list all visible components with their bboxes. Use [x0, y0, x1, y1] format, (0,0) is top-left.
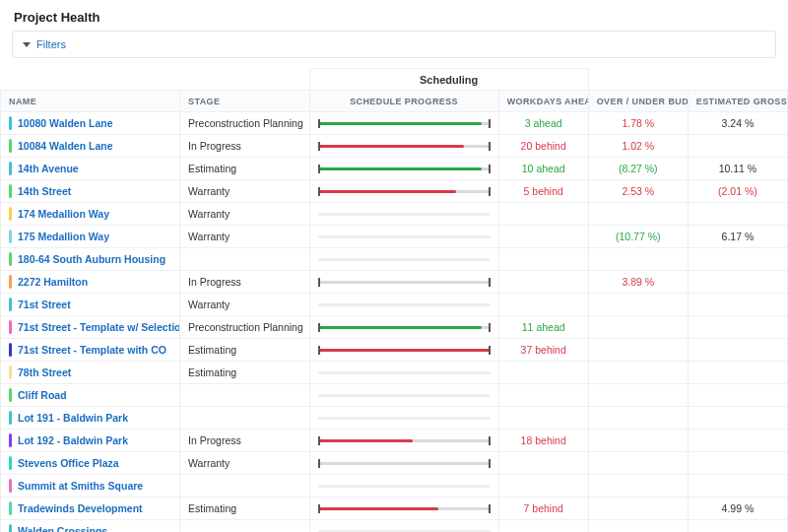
project-link[interactable]: Stevens Office Plaza: [18, 457, 119, 469]
project-link[interactable]: 71st Street: [18, 299, 71, 310]
project-color-tick: [9, 343, 12, 357]
column-header-budget[interactable]: OVER / UNDER BUDGET: [588, 91, 688, 112]
budget-cell: [588, 407, 688, 430]
workdays-cell: 3 ahead: [498, 112, 588, 135]
workdays-cell: 37 behind: [498, 339, 588, 362]
project-link[interactable]: 10080 Walden Lane: [18, 117, 112, 129]
budget-cell: [588, 498, 688, 520]
profit-cell: [688, 135, 787, 158]
project-link[interactable]: Walden Crossings: [18, 525, 107, 532]
project-link[interactable]: 2272 Hamilton: [18, 276, 88, 288]
schedule-progress-cell: [309, 271, 498, 294]
schedule-progress-cell: [309, 384, 498, 407]
budget-cell: [588, 430, 688, 452]
schedule-progress-cell: [309, 430, 498, 452]
project-color-tick: [9, 116, 12, 130]
schedule-progress-cell: [309, 180, 498, 203]
schedule-progress-cell: [309, 158, 498, 180]
project-link[interactable]: 175 Medallion Way: [18, 231, 109, 242]
stage-cell: [180, 384, 309, 407]
schedule-progress-cell: [309, 498, 498, 520]
stage-cell: Warranty: [180, 294, 309, 316]
table-row: Lot 191 - Baldwin Park: [1, 407, 788, 430]
stage-cell: Estimating: [180, 498, 309, 520]
project-color-tick: [9, 366, 12, 379]
profit-cell: [688, 339, 787, 362]
project-link[interactable]: Lot 191 - Baldwin Park: [18, 412, 128, 424]
project-color-tick: [9, 162, 12, 175]
workdays-cell: [498, 475, 588, 498]
workdays-cell: [498, 362, 588, 384]
project-link[interactable]: Cliff Road: [18, 389, 67, 401]
table-row: 71st StreetWarranty: [1, 294, 788, 316]
column-header-workdays[interactable]: WORKDAYS AHEAD / BEHIND: [498, 91, 588, 112]
project-link[interactable]: Tradewinds Development: [18, 502, 143, 514]
stage-cell: [180, 475, 309, 498]
budget-cell: 2.53 %: [588, 180, 688, 203]
schedule-progress-cell: [309, 475, 498, 498]
profit-cell: [688, 316, 787, 339]
column-group-scheduling: Scheduling: [309, 69, 588, 91]
column-header-profit[interactable]: ESTIMATED GROSS PROFIT: [688, 91, 787, 112]
project-link[interactable]: 78th Street: [18, 366, 71, 378]
schedule-progress-cell: [309, 339, 498, 362]
project-link[interactable]: 71st Street - Template w/ Selections: [18, 321, 180, 333]
workdays-cell: [498, 248, 588, 271]
table-row: Cliff Road: [1, 384, 788, 407]
budget-cell: [588, 203, 688, 226]
project-link[interactable]: 14th Avenue: [18, 163, 79, 174]
stage-cell: Estimating: [180, 339, 309, 362]
project-link[interactable]: 10084 Walden Lane: [18, 140, 112, 152]
stage-cell: [180, 248, 309, 271]
workdays-cell: [498, 226, 588, 248]
schedule-progress-cell: [309, 362, 498, 384]
project-color-tick: [9, 479, 12, 493]
workdays-cell: 18 behind: [498, 430, 588, 452]
filters-label: Filters: [36, 38, 66, 50]
project-color-tick: [9, 433, 12, 447]
budget-cell: [588, 362, 688, 384]
workdays-cell: [498, 452, 588, 475]
column-header-name[interactable]: NAME: [1, 91, 180, 112]
budget-cell: [588, 294, 688, 316]
budget-cell: (8.27 %): [588, 158, 688, 180]
project-color-tick: [9, 207, 12, 221]
schedule-progress-cell: [309, 452, 498, 475]
filters-toggle[interactable]: Filters: [12, 31, 776, 58]
project-color-tick: [9, 298, 12, 311]
table-row: 14th StreetWarranty5 behind2.53 %(2.01 %…: [1, 180, 788, 203]
budget-cell: [588, 316, 688, 339]
project-color-tick: [9, 275, 12, 289]
project-link[interactable]: 174 Medallion Way: [18, 208, 109, 220]
project-link[interactable]: 71st Street - Template with CO: [18, 344, 166, 356]
project-color-tick: [9, 320, 12, 334]
budget-cell: [588, 384, 688, 407]
column-header-schedule-progress[interactable]: SCHEDULE PROGRESS: [309, 91, 498, 112]
project-link[interactable]: Lot 192 - Baldwin Park: [18, 434, 128, 446]
project-color-tick: [9, 524, 12, 532]
workdays-cell: [498, 294, 588, 316]
profit-cell: [688, 430, 787, 452]
budget-cell: [588, 520, 688, 533]
schedule-progress-cell: [309, 520, 498, 533]
profit-cell: (2.01 %): [688, 180, 787, 203]
profit-cell: [688, 294, 787, 316]
project-link[interactable]: Summit at Smiths Square: [18, 480, 143, 492]
table-row: 10084 Walden LaneIn Progress20 behind1.0…: [1, 135, 788, 158]
table-row: 71st Street - Template with COEstimating…: [1, 339, 788, 362]
project-link[interactable]: 14th Street: [18, 185, 71, 197]
column-header-stage[interactable]: STAGE: [180, 91, 309, 112]
profit-cell: [688, 362, 787, 384]
workdays-cell: [498, 407, 588, 430]
project-color-tick: [9, 388, 12, 402]
schedule-progress-cell: [309, 248, 498, 271]
workdays-cell: 11 ahead: [498, 316, 588, 339]
budget-cell: [588, 339, 688, 362]
schedule-progress-cell: [309, 226, 498, 248]
stage-cell: Preconstruction Planning: [180, 112, 309, 135]
project-link[interactable]: 180-64 South Auburn Housing: [18, 253, 165, 265]
project-color-tick: [9, 139, 12, 153]
workdays-cell: 10 ahead: [498, 158, 588, 180]
workdays-cell: [498, 271, 588, 294]
budget-cell: 1.78 %: [588, 112, 688, 135]
